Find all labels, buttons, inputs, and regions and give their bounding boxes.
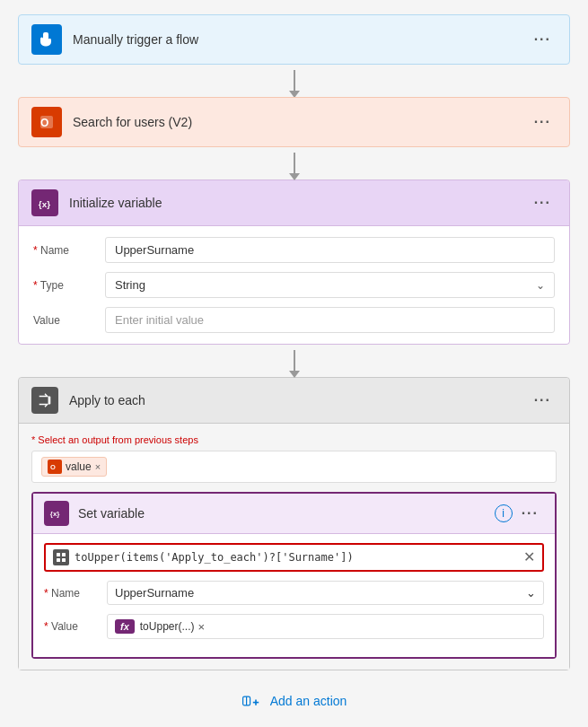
value-tag: O value × — [41, 457, 107, 477]
set-variable-more[interactable]: ··· — [516, 504, 544, 523]
sv-name-dropdown-arrow: ⌄ — [526, 586, 536, 600]
search-users-title: Search for users (V2) — [73, 115, 529, 129]
sv-value-tag: toUpper(...) × — [140, 620, 205, 634]
sv-name-label: Name — [44, 587, 107, 600]
set-variable-title: Set variable — [78, 506, 495, 521]
select-output-label: * Select an output from previous steps — [31, 434, 557, 445]
apply-each-header: Apply to each ··· — [19, 378, 569, 424]
expression-clear-button[interactable]: ✕ — [523, 550, 535, 565]
expression-text: toUpper(items('Apply_to_each')?['Surname… — [75, 551, 518, 564]
svg-rect-8 — [57, 558, 60, 562]
set-variable-info-button[interactable]: i — [495, 504, 513, 522]
set-variable-icon: {x} — [44, 501, 69, 526]
expression-bar[interactable]: toUpper(items('Apply_to_each')?['Surname… — [44, 543, 544, 572]
office-logo-icon: O — [38, 113, 56, 131]
svg-rect-9 — [62, 558, 66, 562]
add-action-icon — [241, 692, 263, 710]
name-field-label: Name — [33, 244, 105, 257]
arrow-2 — [18, 147, 570, 180]
sv-value-row: Value fx toUpper(...) × — [44, 614, 544, 639]
apply-each-more[interactable]: ··· — [529, 390, 557, 410]
init-variable-header: {x} Initialize variable ··· — [19, 180, 569, 226]
set-variable-body: toUpper(items('Apply_to_each')?['Surname… — [33, 534, 555, 657]
value-field-row: Value Enter initial value — [33, 307, 555, 333]
set-variable-header: {x} Set variable i ··· — [33, 494, 555, 534]
svg-rect-3 — [48, 397, 51, 405]
init-variable-card: {x} Initialize variable ··· Name UpperSu… — [18, 180, 570, 345]
add-action-text: Add an action — [270, 694, 347, 708]
value-tag-text: value — [66, 460, 92, 473]
type-field-input[interactable]: String ⌄ — [105, 272, 555, 298]
manual-trigger-card: Manually trigger a flow ··· — [18, 14, 570, 65]
init-variable-body: Name UpperSurname Type String ⌄ Value En… — [19, 226, 569, 344]
office365-icon: O — [31, 107, 62, 137]
type-field-row: Type String ⌄ — [33, 272, 555, 298]
touch-icon — [38, 31, 56, 48]
svg-rect-7 — [62, 553, 66, 556]
manual-trigger-icon — [31, 24, 62, 55]
name-field-row: Name UpperSurname — [33, 237, 555, 263]
value-field-label: Value — [33, 314, 105, 327]
svg-text:{x}: {x} — [50, 510, 60, 518]
manual-trigger-title: Manually trigger a flow — [73, 32, 529, 47]
apply-each-icon — [31, 387, 58, 414]
search-users-card: O Search for users (V2) ··· — [18, 97, 570, 147]
init-variable-more[interactable]: ··· — [529, 193, 557, 213]
svg-text:O: O — [40, 117, 48, 129]
svg-rect-6 — [57, 553, 60, 556]
type-dropdown-arrow: ⌄ — [536, 279, 545, 292]
value-field-input[interactable]: Enter initial value — [105, 307, 555, 333]
svg-text:{x}: {x} — [39, 199, 50, 209]
add-action-area[interactable]: Add an action — [241, 692, 347, 710]
loop-icon — [37, 392, 53, 408]
search-users-more[interactable]: ··· — [529, 112, 557, 132]
sv-value-tag-close[interactable]: × — [197, 620, 205, 634]
arrow-3 — [18, 345, 570, 377]
arrow-1 — [18, 65, 570, 97]
variable-icon: {x} — [31, 189, 58, 216]
sv-value-area[interactable]: fx toUpper(...) × — [107, 614, 544, 639]
manual-trigger-more[interactable]: ··· — [529, 30, 557, 49]
apply-each-container: Apply to each ··· * Select an output fro… — [18, 377, 570, 670]
init-variable-title: Initialize variable — [69, 196, 529, 210]
set-variable-card: {x} Set variable i ··· — [31, 492, 557, 659]
output-input-area[interactable]: O value × — [31, 451, 557, 483]
apply-each-title: Apply to each — [69, 393, 529, 407]
sv-name-dropdown[interactable]: UpperSurname ⌄ — [107, 581, 544, 605]
expression-icon — [53, 549, 69, 565]
office-tag-icon: O — [48, 460, 62, 474]
sv-value-label: Value — [44, 620, 107, 633]
fx-badge: fx — [115, 619, 135, 634]
svg-text:O: O — [50, 463, 56, 471]
name-field-input[interactable]: UpperSurname — [105, 237, 555, 263]
apply-each-body: * Select an output from previous steps O… — [19, 424, 569, 670]
variable-symbol-icon: {x} — [37, 195, 53, 211]
sv-name-row: Name UpperSurname ⌄ — [44, 581, 544, 605]
type-field-label: Type — [33, 279, 105, 292]
value-tag-close[interactable]: × — [95, 461, 101, 472]
